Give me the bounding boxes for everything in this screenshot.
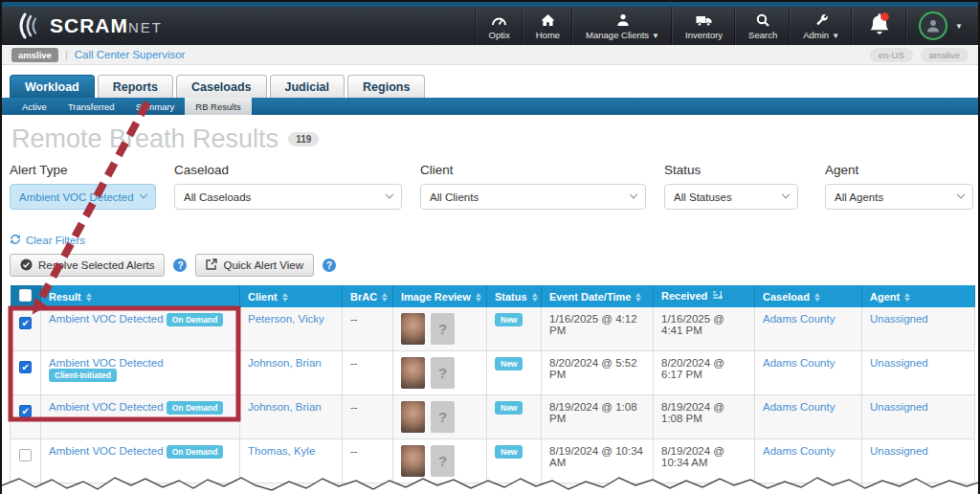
row-checkbox[interactable] xyxy=(19,449,32,461)
resolve-selected-alerts-button[interactable]: Resolve Selected Alerts xyxy=(10,254,165,277)
client-photo-thumbnail[interactable] xyxy=(401,357,425,389)
sort-icon xyxy=(86,293,92,303)
main-tabs: Workload Reports Caseloads Judicial Regi… xyxy=(10,75,425,98)
status-badge: New xyxy=(495,401,523,415)
table-row: Ambient VOC Detected On Demand Thomas, K… xyxy=(11,439,975,483)
breadcrumb-role-link[interactable]: Call Center Supervisor xyxy=(75,49,186,60)
agent-link[interactable]: Unassigned xyxy=(870,401,928,413)
col-client[interactable]: Client xyxy=(240,285,343,307)
col-agent[interactable]: Agent xyxy=(862,285,975,307)
client-label: Client xyxy=(420,163,646,177)
breadcrumb-bar: amslive | Call Center Supervisor en-US a… xyxy=(2,45,978,65)
nav-item-manage-clients[interactable]: Manage Clients▼ xyxy=(572,7,672,45)
agent-link[interactable]: Unassigned xyxy=(870,445,928,457)
agent-link[interactable]: Unassigned xyxy=(870,357,928,369)
col-image-review[interactable]: Image Review xyxy=(393,285,487,307)
agent-link[interactable]: Unassigned xyxy=(870,313,928,325)
client-link[interactable]: Peterson, Vicky xyxy=(248,313,324,325)
subtab-transferred[interactable]: Transferred xyxy=(57,98,125,115)
caseload-link[interactable]: Adams County xyxy=(763,357,835,369)
subtab-rb-results[interactable]: RB Results xyxy=(185,98,252,115)
results-count-badge: 119 xyxy=(288,132,319,146)
nav-item-home[interactable]: Home xyxy=(523,7,572,45)
brac-value: -- xyxy=(350,445,358,457)
result-type-badge: On Demand xyxy=(167,445,224,459)
agent-select[interactable]: All Agents xyxy=(825,184,973,210)
caseload-select[interactable]: All Caseloads xyxy=(174,184,402,210)
brand-name: SCRAMNET xyxy=(50,14,163,37)
chevron-down-icon: ▼ xyxy=(832,32,839,40)
sort-icon xyxy=(282,293,288,303)
row-checkbox[interactable] xyxy=(19,405,32,417)
subtab-summary[interactable]: Summary xyxy=(125,98,186,115)
table-row: Ambient VOC Detected Client-Initiated Jo… xyxy=(11,351,975,395)
caseload-link[interactable]: Adams County xyxy=(763,401,835,413)
nav-item-admin[interactable]: Admin▼ xyxy=(790,7,852,45)
col-event-date[interactable]: Event Date/Time xyxy=(542,285,654,307)
user-badge: amslive xyxy=(921,48,969,62)
client-photo-thumbnail[interactable] xyxy=(401,445,425,477)
select-all-checkbox[interactable] xyxy=(19,289,32,302)
client-link[interactable]: Miller, Sue xyxy=(248,489,300,494)
filter-agent: Agent All Agents xyxy=(825,163,973,210)
agent-link[interactable]: Unassigned xyxy=(870,489,928,494)
client-photo-thumbnail[interactable] xyxy=(401,489,425,494)
missing-image-placeholder[interactable]: ? xyxy=(431,357,455,389)
chevron-down-icon xyxy=(957,190,965,197)
chevron-down-icon: ▼ xyxy=(652,32,659,40)
col-received[interactable]: Received xyxy=(654,285,755,307)
caseload-link[interactable]: Adams County xyxy=(763,313,835,325)
tab-regions[interactable]: Regions xyxy=(347,75,425,98)
event-datetime: 1/16/2025 @ 4:12 PM xyxy=(549,313,637,336)
quick-view-help-icon[interactable]: ? xyxy=(323,258,336,272)
missing-image-placeholder[interactable]: ? xyxy=(431,313,455,345)
client-link[interactable]: Thomas, Kyle xyxy=(248,445,315,457)
client-photo-thumbnail[interactable] xyxy=(401,401,425,433)
status-select[interactable]: All Statuses xyxy=(664,184,798,210)
tab-judicial[interactable]: Judicial xyxy=(270,75,345,98)
result-link[interactable]: Ambient VOC Detected xyxy=(49,489,164,494)
clear-filters-link[interactable]: Clear Filters xyxy=(10,234,85,247)
result-link[interactable]: Ambient VOC Detected xyxy=(49,401,164,413)
col-brac[interactable]: BrAC xyxy=(343,285,393,307)
event-datetime: 8/19/2024 @ 10:25 AM xyxy=(549,489,643,494)
person-icon xyxy=(616,12,630,28)
main-navbar: SCRAMNET Optix Home Manage Clients▼ xyxy=(2,7,978,45)
col-status[interactable]: Status xyxy=(487,285,542,307)
client-link[interactable]: Johnson, Brian xyxy=(248,357,322,369)
tab-reports[interactable]: Reports xyxy=(98,75,173,98)
alert-type-select[interactable]: Ambient VOC Detected xyxy=(10,184,156,210)
caseload-link[interactable]: Adams County xyxy=(763,489,835,494)
missing-image-placeholder[interactable]: ? xyxy=(431,445,455,477)
user-menu[interactable]: ▼ xyxy=(906,7,978,45)
tab-workload[interactable]: Workload xyxy=(10,75,95,98)
notifications-button[interactable] xyxy=(852,7,906,45)
quick-alert-view-button[interactable]: Quick Alert View xyxy=(195,254,314,277)
brand-logo[interactable]: SCRAMNET xyxy=(2,7,163,45)
row-checkbox[interactable] xyxy=(19,361,32,373)
sort-icon xyxy=(476,293,481,303)
client-select[interactable]: All Clients xyxy=(420,184,646,210)
result-link[interactable]: Ambient VOC Detected xyxy=(49,313,164,325)
missing-image-placeholder[interactable]: ? xyxy=(431,489,455,494)
caseload-link[interactable]: Adams County xyxy=(763,445,835,457)
col-result[interactable]: Result xyxy=(41,285,240,307)
avatar xyxy=(919,11,947,40)
result-type-badge: On Demand xyxy=(167,313,224,326)
nav-item-optix[interactable]: Optix xyxy=(476,7,523,45)
col-caseload[interactable]: Caseload xyxy=(755,285,862,307)
nav-item-inventory[interactable]: Inventory xyxy=(672,7,735,45)
subtab-active[interactable]: Active xyxy=(11,98,57,115)
row-checkbox[interactable] xyxy=(19,317,32,329)
missing-image-placeholder[interactable]: ? xyxy=(431,401,455,433)
result-link[interactable]: Ambient VOC Detected xyxy=(49,357,164,369)
chevron-down-icon: ▼ xyxy=(955,22,963,31)
nav-item-search[interactable]: Search xyxy=(735,7,790,45)
scram-swoosh-icon xyxy=(15,12,44,39)
client-photo-thumbnail[interactable] xyxy=(401,313,425,345)
result-link[interactable]: Ambient VOC Detected xyxy=(49,445,164,457)
resolve-help-icon[interactable]: ? xyxy=(173,258,187,272)
tab-caseloads[interactable]: Caseloads xyxy=(176,75,267,98)
sort-icon xyxy=(904,293,910,303)
client-link[interactable]: Johnson, Brian xyxy=(248,401,322,413)
